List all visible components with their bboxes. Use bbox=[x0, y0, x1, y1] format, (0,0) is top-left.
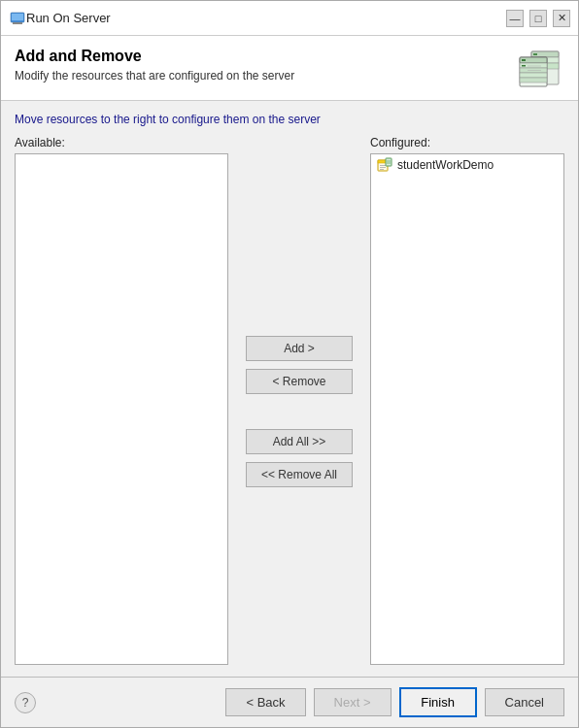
back-button[interactable]: < Back bbox=[225, 688, 305, 716]
remove-button[interactable]: < Remove bbox=[246, 369, 353, 394]
svg-rect-22 bbox=[380, 167, 386, 168]
dialog-icon bbox=[9, 10, 26, 27]
dialog-window: Run On Server — □ ✕ Add and Remove Modif… bbox=[0, 0, 579, 728]
header-section: Add and Remove Modify the resources that… bbox=[1, 36, 578, 101]
next-button[interactable]: Next > bbox=[314, 688, 392, 716]
remove-all-button[interactable]: << Remove All bbox=[246, 462, 353, 487]
configured-label: Configured: bbox=[370, 136, 564, 149]
header-subtitle: Modify the resources that are configured… bbox=[15, 69, 514, 83]
available-list[interactable] bbox=[15, 153, 228, 665]
help-button[interactable]: ? bbox=[15, 692, 36, 713]
titlebar-title: Run On Server bbox=[26, 11, 506, 25]
add-button[interactable]: Add > bbox=[246, 336, 353, 361]
middle-buttons: Add > < Remove Add All >> << Remove All bbox=[228, 157, 370, 665]
main-content: Move resources to the right to configure… bbox=[1, 101, 578, 677]
header-title: Add and Remove bbox=[15, 48, 514, 65]
server-stack-icon bbox=[514, 48, 564, 90]
titlebar: Run On Server — □ ✕ bbox=[1, 1, 578, 36]
available-label: Available: bbox=[15, 136, 228, 149]
footer: ? < Back Next > Finish Cancel bbox=[1, 677, 578, 727]
svg-rect-24 bbox=[386, 158, 392, 166]
svg-rect-13 bbox=[522, 65, 526, 67]
configured-item-name: studentWorkDemo bbox=[397, 158, 494, 172]
columns-area: Available: Add > < Remove Add All >> << … bbox=[15, 136, 564, 665]
configured-list[interactable]: studentWorkDemo bbox=[370, 153, 564, 665]
configured-column: Configured: studentWor bbox=[370, 136, 564, 665]
cancel-button[interactable]: Cancel bbox=[485, 688, 564, 716]
svg-rect-11 bbox=[522, 59, 526, 61]
project-icon bbox=[377, 157, 392, 173]
svg-rect-5 bbox=[533, 53, 537, 55]
close-button[interactable]: ✕ bbox=[553, 10, 570, 27]
svg-rect-2 bbox=[13, 22, 22, 24]
titlebar-controls: — □ ✕ bbox=[506, 10, 570, 27]
svg-rect-23 bbox=[380, 169, 384, 170]
header-text: Add and Remove Modify the resources that… bbox=[15, 48, 514, 83]
svg-rect-16 bbox=[520, 78, 547, 83]
svg-rect-21 bbox=[380, 165, 386, 166]
maximize-button[interactable]: □ bbox=[529, 10, 547, 27]
available-column: Available: bbox=[15, 136, 228, 665]
list-item[interactable]: studentWorkDemo bbox=[371, 154, 563, 176]
help-icon: ? bbox=[22, 696, 29, 710]
svg-rect-1 bbox=[12, 14, 23, 20]
instruction-text: Move resources to the right to configure… bbox=[15, 113, 564, 126]
minimize-button[interactable]: — bbox=[506, 10, 524, 27]
add-all-button[interactable]: Add All >> bbox=[246, 429, 353, 454]
finish-button[interactable]: Finish bbox=[399, 687, 477, 717]
svg-rect-15 bbox=[520, 73, 547, 78]
